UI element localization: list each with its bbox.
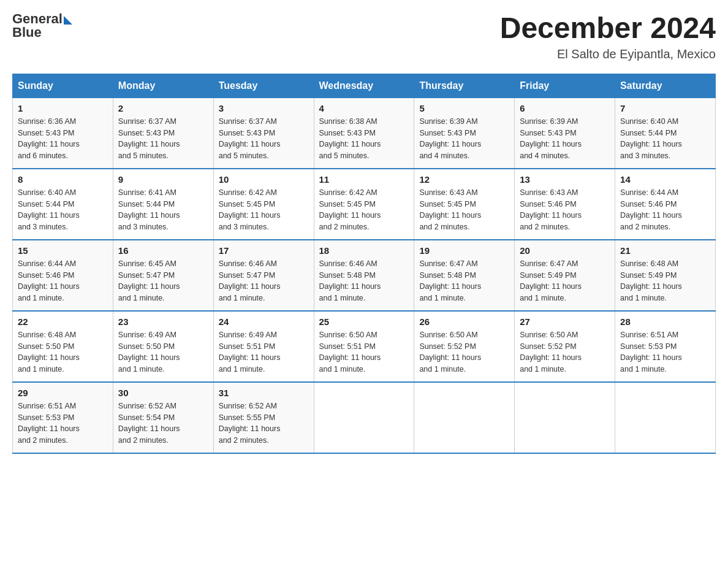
day-info: Sunrise: 6:50 AMSunset: 5:52 PMDaylight:… (520, 329, 610, 375)
calendar-day: 4Sunrise: 6:38 AMSunset: 5:43 PMDaylight… (314, 98, 414, 169)
month-title: December 2024 (500, 12, 716, 45)
calendar-day (615, 382, 716, 453)
day-number: 16 (118, 245, 208, 256)
logo-text-blue: Blue (12, 25, 42, 40)
page-header: General Blue December 2024 El Salto de E… (12, 12, 716, 61)
calendar-day: 5Sunrise: 6:39 AMSunset: 5:43 PMDaylight… (414, 98, 515, 169)
day-info: Sunrise: 6:40 AMSunset: 5:44 PMDaylight:… (620, 116, 710, 162)
day-number: 17 (219, 245, 309, 256)
header-wednesday: Wednesday (314, 74, 414, 98)
day-number: 7 (620, 103, 710, 113)
day-number: 24 (219, 316, 309, 327)
day-info: Sunrise: 6:50 AMSunset: 5:52 PMDaylight:… (419, 329, 509, 375)
calendar-day: 16Sunrise: 6:45 AMSunset: 5:47 PMDayligh… (113, 240, 213, 311)
day-info: Sunrise: 6:47 AMSunset: 5:48 PMDaylight:… (419, 258, 509, 304)
day-info: Sunrise: 6:43 AMSunset: 5:45 PMDaylight:… (419, 187, 509, 233)
day-number: 15 (18, 245, 108, 256)
calendar-week-2: 8Sunrise: 6:40 AMSunset: 5:44 PMDaylight… (13, 169, 716, 240)
calendar-header-row: SundayMondayTuesdayWednesdayThursdayFrid… (13, 74, 716, 98)
calendar-table: SundayMondayTuesdayWednesdayThursdayFrid… (12, 74, 716, 454)
calendar-day: 28Sunrise: 6:51 AMSunset: 5:53 PMDayligh… (615, 311, 716, 382)
day-number: 18 (319, 245, 409, 256)
calendar-day: 26Sunrise: 6:50 AMSunset: 5:52 PMDayligh… (414, 311, 515, 382)
day-number: 14 (620, 174, 710, 185)
calendar-day: 27Sunrise: 6:50 AMSunset: 5:52 PMDayligh… (515, 311, 615, 382)
day-number: 20 (520, 245, 610, 256)
calendar-day: 17Sunrise: 6:46 AMSunset: 5:47 PMDayligh… (213, 240, 314, 311)
calendar-day (314, 382, 414, 453)
day-info: Sunrise: 6:46 AMSunset: 5:47 PMDaylight:… (219, 258, 309, 304)
day-number: 22 (18, 316, 108, 327)
calendar-day: 8Sunrise: 6:40 AMSunset: 5:44 PMDaylight… (13, 169, 113, 240)
calendar-day: 29Sunrise: 6:51 AMSunset: 5:53 PMDayligh… (13, 382, 113, 453)
day-number: 4 (319, 103, 409, 113)
calendar-day: 19Sunrise: 6:47 AMSunset: 5:48 PMDayligh… (414, 240, 515, 311)
day-number: 6 (520, 103, 610, 113)
title-block: December 2024 El Salto de Eyipantla, Mex… (500, 12, 716, 61)
day-number: 19 (419, 245, 509, 256)
day-number: 23 (118, 316, 208, 327)
day-number: 8 (18, 174, 108, 185)
calendar-week-1: 1Sunrise: 6:36 AMSunset: 5:43 PMDaylight… (13, 98, 716, 169)
day-number: 27 (520, 316, 610, 327)
day-info: Sunrise: 6:37 AMSunset: 5:43 PMDaylight:… (118, 116, 208, 162)
day-info: Sunrise: 6:41 AMSunset: 5:44 PMDaylight:… (118, 187, 208, 233)
calendar-day: 9Sunrise: 6:41 AMSunset: 5:44 PMDaylight… (113, 169, 213, 240)
day-info: Sunrise: 6:45 AMSunset: 5:47 PMDaylight:… (118, 258, 208, 304)
day-info: Sunrise: 6:48 AMSunset: 5:50 PMDaylight:… (18, 329, 108, 375)
day-info: Sunrise: 6:51 AMSunset: 5:53 PMDaylight:… (620, 329, 710, 375)
day-info: Sunrise: 6:51 AMSunset: 5:53 PMDaylight:… (18, 400, 108, 446)
day-info: Sunrise: 6:37 AMSunset: 5:43 PMDaylight:… (219, 116, 309, 162)
day-number: 13 (520, 174, 610, 185)
day-number: 30 (118, 388, 208, 398)
logo: General Blue (12, 12, 72, 39)
calendar-day: 22Sunrise: 6:48 AMSunset: 5:50 PMDayligh… (13, 311, 113, 382)
calendar-day: 30Sunrise: 6:52 AMSunset: 5:54 PMDayligh… (113, 382, 213, 453)
header-tuesday: Tuesday (213, 74, 314, 98)
calendar-week-3: 15Sunrise: 6:44 AMSunset: 5:46 PMDayligh… (13, 240, 716, 311)
calendar-day (515, 382, 615, 453)
day-info: Sunrise: 6:44 AMSunset: 5:46 PMDaylight:… (18, 258, 108, 304)
day-number: 26 (419, 316, 509, 327)
calendar-day: 11Sunrise: 6:42 AMSunset: 5:45 PMDayligh… (314, 169, 414, 240)
calendar-day: 21Sunrise: 6:48 AMSunset: 5:49 PMDayligh… (615, 240, 716, 311)
day-number: 9 (118, 174, 208, 185)
location-text: El Salto de Eyipantla, Mexico (500, 47, 716, 61)
calendar-day: 14Sunrise: 6:44 AMSunset: 5:46 PMDayligh… (615, 169, 716, 240)
calendar-day: 31Sunrise: 6:52 AMSunset: 5:55 PMDayligh… (213, 382, 314, 453)
calendar-day: 12Sunrise: 6:43 AMSunset: 5:45 PMDayligh… (414, 169, 515, 240)
day-number: 29 (18, 388, 108, 398)
day-info: Sunrise: 6:46 AMSunset: 5:48 PMDaylight:… (319, 258, 409, 304)
day-info: Sunrise: 6:42 AMSunset: 5:45 PMDaylight:… (219, 187, 309, 233)
calendar-day (414, 382, 515, 453)
day-number: 11 (319, 174, 409, 185)
calendar-day: 6Sunrise: 6:39 AMSunset: 5:43 PMDaylight… (515, 98, 615, 169)
header-monday: Monday (113, 74, 213, 98)
day-number: 28 (620, 316, 710, 327)
day-number: 2 (118, 103, 208, 113)
calendar-day: 7Sunrise: 6:40 AMSunset: 5:44 PMDaylight… (615, 98, 716, 169)
calendar-week-4: 22Sunrise: 6:48 AMSunset: 5:50 PMDayligh… (13, 311, 716, 382)
logo-triangle-icon (64, 16, 72, 25)
header-thursday: Thursday (414, 74, 515, 98)
day-info: Sunrise: 6:39 AMSunset: 5:43 PMDaylight:… (419, 116, 509, 162)
day-number: 21 (620, 245, 710, 256)
calendar-day: 24Sunrise: 6:49 AMSunset: 5:51 PMDayligh… (213, 311, 314, 382)
calendar-day: 1Sunrise: 6:36 AMSunset: 5:43 PMDaylight… (13, 98, 113, 169)
header-sunday: Sunday (13, 74, 113, 98)
calendar-day: 20Sunrise: 6:47 AMSunset: 5:49 PMDayligh… (515, 240, 615, 311)
day-info: Sunrise: 6:42 AMSunset: 5:45 PMDaylight:… (319, 187, 409, 233)
day-number: 25 (319, 316, 409, 327)
day-number: 12 (419, 174, 509, 185)
calendar-week-5: 29Sunrise: 6:51 AMSunset: 5:53 PMDayligh… (13, 382, 716, 453)
calendar-day: 23Sunrise: 6:49 AMSunset: 5:50 PMDayligh… (113, 311, 213, 382)
day-info: Sunrise: 6:47 AMSunset: 5:49 PMDaylight:… (520, 258, 610, 304)
day-info: Sunrise: 6:49 AMSunset: 5:50 PMDaylight:… (118, 329, 208, 375)
day-info: Sunrise: 6:52 AMSunset: 5:55 PMDaylight:… (219, 400, 309, 446)
day-number: 31 (219, 388, 309, 398)
calendar-day: 10Sunrise: 6:42 AMSunset: 5:45 PMDayligh… (213, 169, 314, 240)
day-info: Sunrise: 6:52 AMSunset: 5:54 PMDaylight:… (118, 400, 208, 446)
day-info: Sunrise: 6:50 AMSunset: 5:51 PMDaylight:… (319, 329, 409, 375)
day-info: Sunrise: 6:43 AMSunset: 5:46 PMDaylight:… (520, 187, 610, 233)
day-info: Sunrise: 6:48 AMSunset: 5:49 PMDaylight:… (620, 258, 710, 304)
